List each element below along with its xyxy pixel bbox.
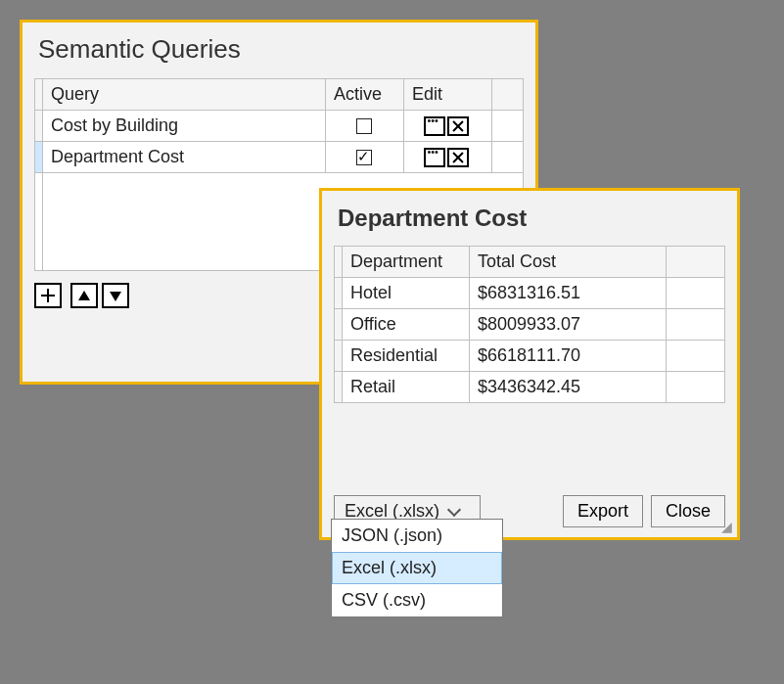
cost-cell: $6618111.70 <box>470 341 667 372</box>
delete-query-button[interactable] <box>447 116 469 136</box>
row-handle[interactable] <box>335 341 343 372</box>
row-handle[interactable] <box>335 278 343 309</box>
delete-query-button[interactable] <box>447 148 469 167</box>
col-spacer <box>491 79 523 111</box>
row-handle[interactable] <box>335 372 343 403</box>
row-handle[interactable] <box>35 111 43 142</box>
chevron-down-icon <box>447 502 461 516</box>
spacer-cell <box>491 111 523 142</box>
dept-cell: Residential <box>343 341 470 372</box>
spacer-cell <box>491 142 523 173</box>
row-handle[interactable] <box>35 142 43 173</box>
col-edit[interactable]: Edit <box>403 79 491 111</box>
row-handle-header <box>35 79 43 111</box>
format-option-csv[interactable]: CSV (.csv) <box>332 584 502 616</box>
col-spacer <box>667 247 725 278</box>
table-row[interactable]: Hotel $6831316.51 <box>335 278 725 309</box>
format-option-json[interactable]: JSON (.json) <box>332 520 502 552</box>
active-cell[interactable] <box>325 142 403 173</box>
export-button[interactable]: Export <box>563 495 643 527</box>
query-name-cell[interactable]: Department Cost <box>43 142 326 173</box>
table-row[interactable]: Department Cost <box>35 142 524 173</box>
dept-cell: Retail <box>343 372 470 403</box>
format-option-excel[interactable]: Excel (.xlsx) <box>332 552 502 584</box>
move-up-button[interactable] <box>70 283 98 308</box>
query-name-cell[interactable]: Cost by Building <box>43 111 326 142</box>
edit-cell <box>403 111 491 142</box>
dept-cell: Hotel <box>343 278 470 309</box>
panel-title: Semantic Queries <box>38 34 524 65</box>
checkbox-unchecked-icon[interactable] <box>356 118 372 134</box>
cost-cell: $6831316.51 <box>470 278 667 309</box>
edit-cell <box>403 142 491 173</box>
table-row[interactable]: Cost by Building <box>35 111 524 142</box>
table-row[interactable]: Office $8009933.07 <box>335 309 725 341</box>
add-button[interactable] <box>34 283 62 308</box>
edit-query-button[interactable] <box>424 116 445 136</box>
export-format-dropdown[interactable]: JSON (.json) Excel (.xlsx) CSV (.csv) <box>331 519 503 617</box>
col-department[interactable]: Department <box>343 247 470 278</box>
move-down-button[interactable] <box>102 283 129 308</box>
checkbox-checked-icon[interactable] <box>356 150 372 165</box>
results-title: Department Cost <box>338 205 725 232</box>
cost-cell: $8009933.07 <box>470 309 667 341</box>
row-handle[interactable] <box>335 309 343 341</box>
dept-cell: Office <box>343 309 470 341</box>
edit-query-button[interactable] <box>424 148 445 167</box>
results-table: Department Total Cost Hotel $6831316.51 … <box>334 246 725 403</box>
col-query[interactable]: Query <box>43 79 326 111</box>
cost-cell: $3436342.45 <box>470 372 667 403</box>
table-row[interactable]: Retail $3436342.45 <box>335 372 725 403</box>
row-handle-header <box>335 247 343 278</box>
active-cell[interactable] <box>325 111 403 142</box>
col-active[interactable]: Active <box>325 79 403 111</box>
col-total-cost[interactable]: Total Cost <box>470 247 667 278</box>
close-button[interactable]: Close <box>651 495 725 527</box>
table-row[interactable]: Residential $6618111.70 <box>335 341 725 372</box>
query-results-panel: Department Cost Department Total Cost Ho… <box>319 188 740 540</box>
